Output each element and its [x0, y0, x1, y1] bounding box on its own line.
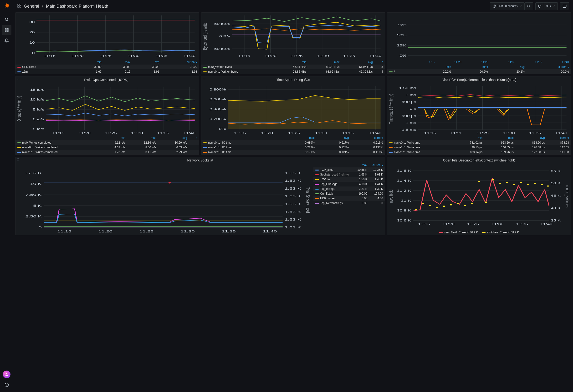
info-icon[interactable]: ⓘ [203, 77, 205, 81]
chart-iops[interactable]: IO read (-) / write (+) -5 io/s 0 io/s 5… [16, 83, 199, 136]
svg-text:31.4 K: 31.4 K [397, 179, 411, 182]
chart-disk-rw[interactable]: Bytes read (-) / write -50 kB/s 0 B/s 50… [201, 13, 385, 60]
svg-text:11:40: 11:40 [369, 132, 381, 135]
legend-row[interactable]: Tcp_RetransSegs0.360 [313, 201, 385, 205]
svg-text:used filefd: used filefd [388, 189, 394, 203]
legend-row[interactable]: TCP_tw1.50 K1.45 K [313, 177, 385, 182]
chart-pct[interactable]: 0% 25% 50% 75% [387, 13, 571, 60]
svg-text:11:30: 11:30 [315, 132, 327, 135]
panel-grid-icon[interactable] [17, 3, 21, 9]
svg-text:11:30: 11:30 [180, 230, 195, 233]
legend-row[interactable]: 15m1.672.151.911.98 [16, 69, 199, 74]
legend-row[interactable]: nvme1n1_ IO time0.213%0.128%0.133% [201, 145, 385, 150]
help-icon[interactable] [2, 380, 11, 390]
svg-text:11:30: 11:30 [503, 132, 515, 135]
svg-rect-197 [443, 205, 445, 207]
svg-rect-206 [506, 182, 508, 183]
svg-text:0.800%: 0.800% [210, 88, 226, 91]
legend-row[interactable]: nvme2n1_Write time96.15 µs146.55 µs120.6… [387, 145, 571, 150]
svg-text:11:35: 11:35 [529, 132, 541, 135]
legend-row[interactable]: Sockets_used (right-y)1.63 K1.63 K [313, 172, 385, 177]
svg-text:11:25: 11:25 [290, 54, 303, 58]
refresh-interval-button[interactable]: 30s [544, 2, 558, 10]
legend-row[interactable]: md0_Writes completed9.12 io/s12.36 io/s1… [16, 140, 199, 145]
svg-point-1 [5, 18, 8, 21]
legend-item[interactable]: used filefd Current: 30.9 K [439, 231, 478, 234]
legend-row[interactable]: CPU cores32.0032.0032.0032.00 [16, 65, 199, 69]
panel-title: Disk IOps Completed（IOPS） [16, 76, 199, 83]
svg-text:55 K: 55 K [551, 169, 561, 173]
svg-rect-3 [5, 28, 6, 30]
breadcrumb-title[interactable]: Main Dashboard Platform Health [46, 4, 108, 9]
time-range-button[interactable]: Last 30 minutes [490, 2, 525, 10]
svg-text:11:25: 11:25 [476, 132, 488, 135]
col-max[interactable]: max [104, 60, 132, 65]
panel-title: Disk R/W Time(Reference: less than 100ms… [387, 76, 571, 82]
search-icon[interactable] [2, 15, 11, 24]
svg-text:11:35: 11:35 [343, 54, 355, 58]
zoom-out-button[interactable] [525, 2, 533, 10]
profile-avatar[interactable] [2, 370, 11, 379]
legend-row[interactable]: nvme1n1_Write time103.14 µs159.76 µs122.… [387, 150, 571, 154]
panel-sockstat: ⓘ Network Sockstat 0 2.50 K 5 K 7.50 K 1… [15, 157, 385, 235]
svg-rect-193 [415, 209, 417, 210]
legend-row[interactable]: TCP_alloc10.56 K10.36 K [313, 168, 385, 172]
svg-text:0%: 0% [400, 54, 407, 57]
legend-row[interactable]: nvme2n1_ IO time0.191%0.121%0.116% [201, 150, 385, 154]
svg-text:50 K: 50 K [551, 182, 561, 185]
svg-text:11:20: 11:20 [264, 54, 276, 58]
legend-row[interactable]: nvme0n1_ IO time0.689%0.617%0.613% [201, 140, 385, 145]
svg-text:0: 0 [39, 226, 42, 229]
view-mode-button[interactable] [560, 2, 569, 10]
dashboards-icon[interactable] [2, 25, 11, 35]
col-avg[interactable]: avg [132, 60, 161, 65]
chart-diskrwtime[interactable]: Time read (-) / write (+) -1.5 ms -1 ms … [387, 82, 571, 136]
legend-row[interactable]: Tcp_OutSegs4.18 K1.41 K [313, 182, 385, 187]
svg-text:1.63 K: 1.63 K [285, 210, 301, 213]
svg-text:1.63 K: 1.63 K [285, 187, 301, 190]
legend-row[interactable]: nvme0n1_Write time731.01 µs923.26 µs813.… [387, 140, 571, 145]
svg-text:11:15: 11:15 [52, 132, 64, 135]
svg-text:5 io/s: 5 io/s [33, 108, 44, 111]
legend-row[interactable]: md0_Written bytes55.84 kB/s80.28 kB/s61.… [201, 65, 385, 69]
svg-rect-10 [18, 4, 19, 5]
grafana-logo[interactable] [3, 3, 11, 11]
chart-iotime[interactable]: 0% 0.200% 0.400% 0.600% 0.800% 11:15 11:… [201, 82, 385, 136]
legend-row[interactable]: CurrEstab160.00154.00 [313, 191, 385, 196]
legend-row[interactable]: Tcp_InSegs2.21 K1.32 K [313, 187, 385, 191]
legend-item[interactable]: switches Current: 48.7 K [482, 231, 519, 234]
legend-diskrwtime: minmaxavgcurrent nvme0n1_Write time731.0… [387, 136, 571, 154]
legend-row[interactable]: UDP_inuse5.004.00 [313, 196, 385, 201]
breadcrumb-folder[interactable]: General [24, 4, 39, 9]
legend-row[interactable]: nvme0n1_Writes completed4.63 io/s8.60 io… [16, 145, 199, 150]
svg-text:11:40: 11:40 [263, 230, 277, 233]
col-min[interactable]: min [75, 60, 104, 65]
legend-row[interactable]: nvme0n1_Written bytes28.85 kB/s63.66 kB/… [201, 69, 385, 74]
chart-filefd[interactable]: used filefd context_switches 30.6 K 30.8… [387, 163, 571, 230]
refresh-button[interactable] [535, 2, 544, 10]
legend-row[interactable]: nvme1n1_Writes completed1.73 io/s3.11 io… [16, 150, 199, 154]
svg-text:31 K: 31 K [401, 199, 411, 202]
chart-cpu[interactable]: 0 10 20 30 11:15 11:20 11:25 11:30 11:35… [16, 13, 199, 60]
svg-text:11:35: 11:35 [342, 132, 354, 135]
svg-text:10 K: 10 K [30, 182, 42, 186]
info-icon[interactable]: ⓘ [17, 77, 19, 81]
sidebar [0, 0, 13, 392]
info-icon[interactable]: ⓘ [389, 77, 391, 81]
col-current[interactable]: current▾ [161, 60, 199, 65]
info-icon[interactable]: ⓘ [17, 158, 19, 161]
chart-sockstat[interactable]: 0 2.50 K 5 K 7.50 K 10 K 12.5 K 1.63 K 1… [16, 163, 313, 235]
svg-text:25%: 25% [397, 44, 406, 47]
svg-rect-204 [492, 179, 494, 181]
svg-text:0 s: 0 s [410, 107, 416, 110]
panel-disk-rw: Bytes read (-) / write -50 kB/s 0 B/s 50… [201, 12, 385, 74]
svg-text:11:35: 11:35 [157, 132, 169, 135]
svg-rect-203 [485, 202, 487, 203]
svg-text:11:35: 11:35 [516, 222, 528, 226]
svg-text:context_switches: context_switches [564, 185, 570, 207]
svg-text:-500 µs: -500 µs [400, 114, 416, 118]
alerting-icon[interactable] [2, 36, 11, 45]
breadcrumb-separator: / [41, 4, 44, 9]
legend-row[interactable]: /20.2%20.2%20.2%20.2% [387, 69, 571, 74]
svg-text:12.5 K: 12.5 K [25, 171, 42, 175]
